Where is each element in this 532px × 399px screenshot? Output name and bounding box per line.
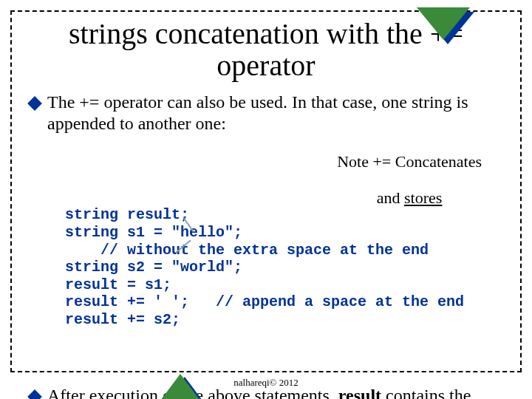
callout-line2-u: stores — [404, 188, 442, 207]
bullet-1-text: The += operator can also be used. In tha… — [47, 92, 502, 134]
footer-text: nalhareqi© 2012 — [0, 377, 532, 389]
code-l5: result = s1; — [65, 276, 171, 293]
code-block: Note += Concatenates and stores string r… — [65, 137, 502, 381]
code-l3: // without the extra space at the end — [65, 242, 429, 259]
bullet-1: The += operator can also be used. In tha… — [44, 92, 502, 134]
decor-triangle-top — [417, 7, 470, 40]
bullet-icon — [27, 96, 42, 111]
callout-line1: Note += Concatenates — [337, 152, 482, 171]
code-l7: result += s2; — [65, 311, 180, 328]
callout-note: Note += Concatenates and stores — [293, 135, 485, 225]
code-l4: string s2 = "world"; — [65, 259, 242, 276]
code-l2: string s1 = "hello"; — [65, 224, 242, 241]
code-l1: string result; — [65, 206, 189, 223]
callout-line2-pre: and — [377, 188, 404, 207]
code-l6: result += ' '; // append a space at the … — [65, 293, 464, 310]
bullet-icon — [27, 389, 42, 399]
